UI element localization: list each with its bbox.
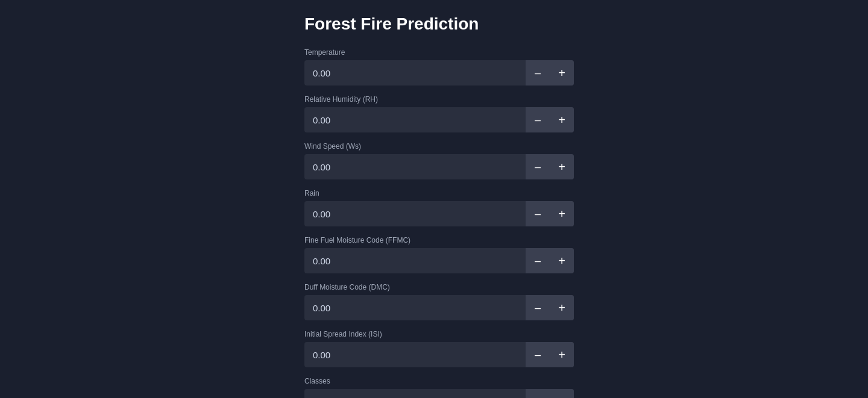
label-temperature: Temperature [304, 48, 579, 57]
input-relative-humidity[interactable] [304, 115, 526, 125]
field-group-temperature: Temperature–+ [304, 48, 579, 86]
minus-btn-rain[interactable]: – [526, 201, 550, 226]
label-relative-humidity: Relative Humidity (RH) [304, 95, 579, 104]
minus-btn-ffmc[interactable]: – [526, 248, 550, 273]
field-group-wind-speed: Wind Speed (Ws)–+ [304, 142, 579, 179]
input-wind-speed[interactable] [304, 162, 526, 172]
input-rain[interactable] [304, 209, 526, 219]
label-classes: Classes [304, 377, 579, 385]
plus-btn-temperature[interactable]: + [550, 60, 574, 86]
field-group-rain: Rain–+ [304, 189, 579, 226]
label-isi: Initial Spread Index (ISI) [304, 330, 579, 338]
input-row-rain: –+ [304, 201, 574, 226]
input-row-dmc: –+ [304, 295, 574, 320]
input-temperature[interactable] [304, 68, 526, 78]
label-dmc: Duff Moisture Code (DMC) [304, 283, 579, 291]
minus-btn-temperature[interactable]: – [526, 60, 550, 86]
input-row-classes: –+ [304, 389, 574, 398]
field-group-classes: Classes–+ [304, 377, 579, 398]
plus-btn-isi[interactable]: + [550, 342, 574, 367]
field-group-relative-humidity: Relative Humidity (RH)–+ [304, 95, 579, 132]
plus-btn-wind-speed[interactable]: + [550, 154, 574, 179]
input-row-temperature: –+ [304, 60, 574, 86]
minus-btn-isi[interactable]: – [526, 342, 550, 367]
input-row-relative-humidity: –+ [304, 107, 574, 132]
input-row-isi: –+ [304, 342, 574, 367]
label-wind-speed: Wind Speed (Ws) [304, 142, 579, 151]
minus-btn-classes[interactable]: – [526, 389, 550, 398]
plus-btn-rain[interactable]: + [550, 201, 574, 226]
input-row-wind-speed: –+ [304, 154, 574, 179]
field-group-isi: Initial Spread Index (ISI)–+ [304, 330, 579, 367]
plus-btn-ffmc[interactable]: + [550, 248, 574, 273]
minus-btn-wind-speed[interactable]: – [526, 154, 550, 179]
field-group-ffmc: Fine Fuel Moisture Code (FFMC)–+ [304, 236, 579, 273]
page-title: Forest Fire Prediction [304, 14, 579, 34]
plus-btn-relative-humidity[interactable]: + [550, 107, 574, 132]
input-row-ffmc: –+ [304, 248, 574, 273]
plus-btn-dmc[interactable]: + [550, 295, 574, 320]
input-dmc[interactable] [304, 303, 526, 313]
label-rain: Rain [304, 189, 579, 197]
label-ffmc: Fine Fuel Moisture Code (FFMC) [304, 236, 579, 244]
plus-btn-classes[interactable]: + [550, 389, 574, 398]
input-ffmc[interactable] [304, 256, 526, 266]
minus-btn-relative-humidity[interactable]: – [526, 107, 550, 132]
minus-btn-dmc[interactable]: – [526, 295, 550, 320]
input-isi[interactable] [304, 350, 526, 360]
field-group-dmc: Duff Moisture Code (DMC)–+ [304, 283, 579, 320]
